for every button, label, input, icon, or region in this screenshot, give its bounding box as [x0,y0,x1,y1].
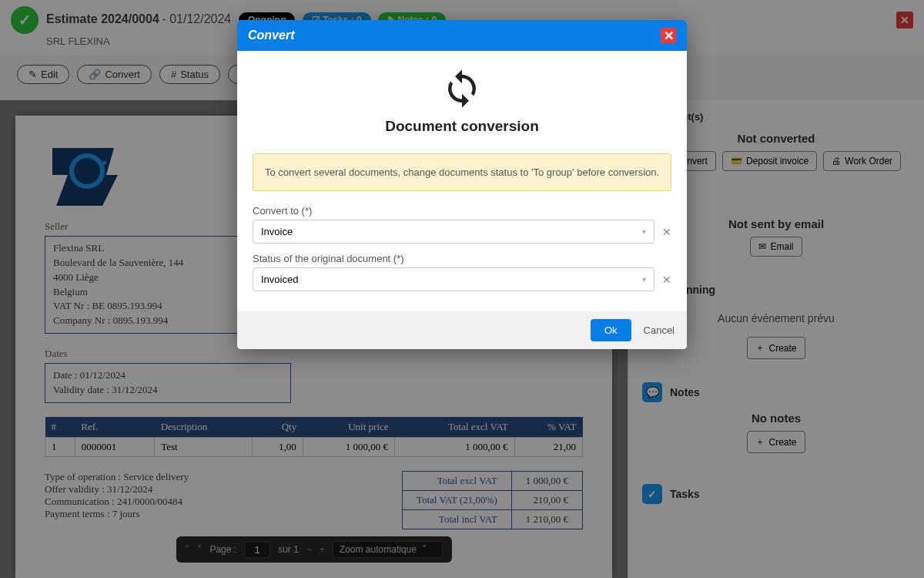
clear-convert-to-button[interactable]: ✕ [662,226,671,238]
modal-footer: Ok Cancel [237,311,687,349]
chevron-down-icon: ▾ [642,227,646,236]
status-original-select[interactable]: Invoiced▾ [253,267,654,291]
modal-close-button[interactable]: ✕ [661,28,676,43]
convert-to-select[interactable]: Invoice▾ [253,220,654,244]
chevron-down-icon: ▾ [642,275,646,284]
ok-button[interactable]: Ok [591,319,631,341]
cycle-icon [253,68,671,112]
cancel-button[interactable]: Cancel [644,324,675,336]
modal-header: Convert ✕ [237,20,687,51]
status-original-label: Status of the original document (*) [253,253,671,264]
modal-alert: To convert several documents, change doc… [253,153,671,191]
clear-status-button[interactable]: ✕ [662,274,671,286]
modal-header-title: Convert [248,29,294,42]
convert-to-label: Convert to (*) [253,205,671,217]
convert-modal: Convert ✕ Document conversion To convert… [237,20,687,349]
modal-title: Document conversion [253,118,671,135]
